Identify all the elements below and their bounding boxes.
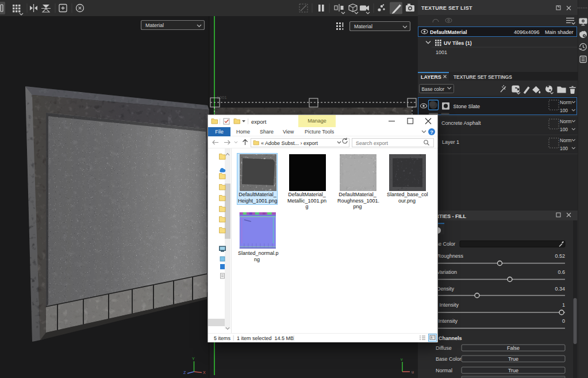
svg-text:Material: Material: [145, 22, 164, 28]
svg-text:True: True: [508, 368, 518, 373]
svg-text:100: 100: [560, 127, 568, 132]
svg-text:Material: Material: [354, 24, 372, 29]
svg-text:Search export: Search export: [356, 140, 389, 146]
svg-text:u: u: [412, 370, 414, 374]
svg-text:0.34: 0.34: [555, 286, 565, 292]
svg-text:Concrete Asphalt: Concrete Asphalt: [441, 120, 481, 126]
svg-text:Normal: Normal: [436, 368, 452, 373]
svg-text:Norm: Norm: [560, 138, 571, 143]
svg-text:100: 100: [560, 146, 568, 151]
svg-text:UV Tiles (1): UV Tiles (1): [444, 40, 472, 46]
svg-text:X: X: [203, 371, 206, 375]
svg-text:Base Color: Base Color: [436, 356, 462, 362]
svg-text:4096x4096: 4096x4096: [514, 29, 540, 35]
svg-text:Layer 1: Layer 1: [442, 139, 459, 145]
svg-text:TEXTURE SET LIST: TEXTURE SET LIST: [421, 5, 472, 11]
svg-text:Norm: Norm: [560, 119, 571, 124]
svg-text:Diffuse: Diffuse: [436, 345, 452, 351]
svg-text:DefaultMaterial: DefaultMaterial: [430, 29, 467, 35]
svg-text:Y: Y: [192, 357, 195, 361]
svg-text:Stone Slate: Stone Slate: [454, 104, 481, 109]
svg-text:1: 1: [562, 302, 565, 308]
svg-text:export: export: [251, 119, 267, 125]
svg-text:100: 100: [560, 108, 568, 113]
svg-text:False: False: [507, 345, 520, 351]
svg-text:v: v: [401, 357, 403, 361]
svg-text:LAYERS: LAYERS: [421, 74, 441, 80]
svg-text:« Adobe Subst... › export: « Adobe Subst... › export: [261, 140, 318, 146]
svg-text:Main shader: Main shader: [545, 29, 574, 35]
svg-text:Z: Z: [183, 371, 186, 375]
svg-text:?: ?: [430, 129, 433, 135]
svg-text:0: 0: [562, 318, 565, 324]
svg-text:Base color: Base color: [422, 86, 445, 92]
svg-text:0.52: 0.52: [555, 253, 565, 259]
svg-text:True: True: [508, 356, 518, 362]
svg-text:TEXTURE SET SETTINGS: TEXTURE SET SETTINGS: [454, 74, 512, 80]
svg-text:0.6: 0.6: [558, 269, 565, 275]
svg-text:Channels: Channels: [439, 335, 462, 341]
svg-text:Norm: Norm: [560, 100, 571, 105]
svg-text:1001: 1001: [436, 49, 447, 55]
